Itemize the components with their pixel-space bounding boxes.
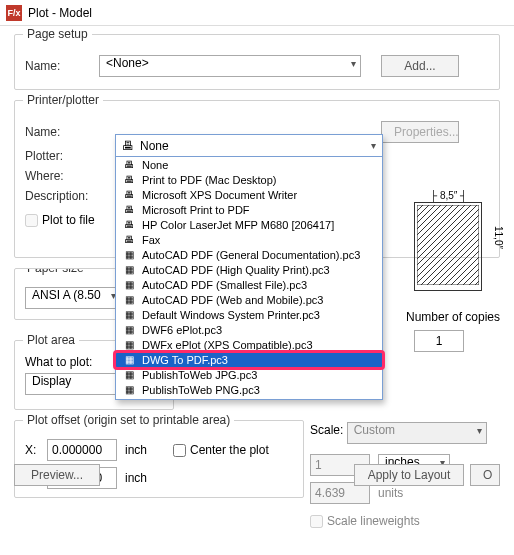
titlebar: F/x Plot - Model [0, 0, 514, 26]
plot-area-legend: Plot area [23, 333, 79, 347]
plotter-label: Plotter: [25, 149, 91, 163]
pc3-icon: ▦ [122, 294, 136, 305]
preview-button[interactable]: Preview... [14, 464, 100, 486]
scale-label: Scale: [310, 423, 343, 437]
printer-option[interactable]: ▦DWFx ePlot (XPS Compatible).pc3 [116, 337, 382, 352]
pc3-icon: ▦ [122, 309, 136, 320]
printer-option[interactable]: ▦AutoCAD PDF (General Documentation).pc3 [116, 247, 382, 262]
pc3-icon: ▦ [122, 354, 136, 365]
paper-size-legend: Paper size [23, 268, 88, 275]
offset-x-input[interactable] [47, 439, 117, 461]
page-setup-name-select[interactable]: <None> [99, 55, 361, 77]
printer-icon: 🖶 [122, 189, 136, 200]
printer-name-dropdown[interactable]: 🖶 None 🖶None🖶Print to PDF (Mac Desktop)🖶… [115, 134, 383, 400]
plot-offset-group: Plot offset (origin set to printable are… [14, 420, 304, 498]
pc3-icon: ▦ [122, 279, 136, 290]
printer-option[interactable]: 🖶Microsoft XPS Document Writer [116, 187, 382, 202]
page-setup-name-label: Name: [25, 59, 91, 73]
plot-offset-legend: Plot offset (origin set to printable are… [23, 413, 234, 427]
printer-option-label: Microsoft XPS Document Writer [142, 189, 297, 201]
where-label: Where: [25, 169, 91, 183]
printer-option-label: Print to PDF (Mac Desktop) [142, 174, 276, 186]
copies-input[interactable] [414, 330, 464, 352]
ok-button[interactable]: O [470, 464, 500, 486]
center-plot-label: Center the plot [190, 443, 269, 457]
printer-name-current: None [140, 139, 169, 153]
printer-name-label: Name: [25, 125, 91, 139]
window-title: Plot - Model [28, 6, 92, 20]
app-icon: F/x [6, 5, 22, 21]
printer-option[interactable]: 🖶None [116, 157, 382, 172]
printer-icon: 🖶 [122, 234, 136, 245]
printer-option-label: AutoCAD PDF (High Quality Print).pc3 [142, 264, 330, 276]
printer-option[interactable]: ▦AutoCAD PDF (High Quality Print).pc3 [116, 262, 382, 277]
paper-hatch-icon [417, 205, 479, 285]
printer-option[interactable]: 🖶Fax [116, 232, 382, 247]
offset-x-label: X: [25, 443, 39, 457]
page-setup-name-value: <None> [106, 56, 149, 70]
copies-legend: Number of copies [406, 310, 506, 324]
printer-icon: 🖶 [122, 139, 134, 153]
pc3-icon: ▦ [122, 264, 136, 275]
printer-option[interactable]: ▦DWF6 ePlot.pc3 [116, 322, 382, 337]
printer-name-field[interactable]: 🖶 None [116, 135, 382, 157]
page-setup-group: Page setup Name: <None> Add... [14, 34, 500, 90]
offset-x-unit: inch [125, 443, 147, 457]
printer-option-label: Default Windows System Printer.pc3 [142, 309, 320, 321]
pc3-icon: ▦ [122, 339, 136, 350]
printer-option[interactable]: ▦Default Windows System Printer.pc3 [116, 307, 382, 322]
printer-option-label: DWFx ePlot (XPS Compatible).pc3 [142, 339, 313, 351]
description-label: Description: [25, 189, 91, 203]
scale-lineweights-label: Scale lineweights [327, 514, 420, 528]
plot-to-file-checkbox[interactable] [25, 214, 38, 227]
scale-den-unit: units [378, 486, 403, 500]
printer-option-label: Fax [142, 234, 160, 246]
printer-option-label: AutoCAD PDF (Web and Mobile).pc3 [142, 294, 323, 306]
printer-option[interactable]: ▦PublishToWeb JPG.pc3 [116, 367, 382, 382]
printer-option-label: AutoCAD PDF (Smallest File).pc3 [142, 279, 307, 291]
printer-option[interactable]: ▦AutoCAD PDF (Smallest File).pc3 [116, 277, 382, 292]
what-to-plot-value: Display [32, 374, 71, 388]
paper-preview: ├ 8,5″ ┤ 11,0″ [402, 192, 498, 288]
printer-icon: 🖶 [122, 219, 136, 230]
printer-option[interactable]: ▦DWG To PDF.pc3 [116, 352, 382, 367]
pc3-icon: ▦ [122, 384, 136, 395]
printer-option[interactable]: 🖶Microsoft Print to PDF [116, 202, 382, 217]
svg-rect-0 [417, 205, 479, 285]
pc3-icon: ▦ [122, 249, 136, 260]
printer-option[interactable]: ▦PublishToWeb PNG.pc3 [116, 382, 382, 397]
scale-value: Custom [354, 423, 395, 437]
printer-option-label: None [142, 159, 168, 171]
printer-icon: 🖶 [122, 204, 136, 215]
printer-option[interactable]: ▦AutoCAD PDF (Web and Mobile).pc3 [116, 292, 382, 307]
paper-size-select[interactable]: ANSI A (8.50 [25, 287, 121, 309]
printer-option-label: Microsoft Print to PDF [142, 204, 250, 216]
properties-button[interactable]: Properties... [381, 121, 459, 143]
printer-option[interactable]: 🖶HP Color LaserJet MFP M680 [206417] [116, 217, 382, 232]
printer-option-label: DWG To PDF.pc3 [142, 354, 228, 366]
printer-option-label: AutoCAD PDF (General Documentation).pc3 [142, 249, 360, 261]
plot-to-file-label: Plot to file [42, 213, 95, 227]
printer-icon: 🖶 [122, 159, 136, 170]
printer-option-label: PublishToWeb JPG.pc3 [142, 369, 257, 381]
printer-option-label: PublishToWeb PNG.pc3 [142, 384, 260, 396]
paper-size-value: ANSI A (8.50 [32, 288, 101, 302]
printer-icon: 🖶 [122, 174, 136, 185]
printer-option[interactable]: 🖶Print to PDF (Mac Desktop) [116, 172, 382, 187]
pc3-icon: ▦ [122, 369, 136, 380]
center-plot-checkbox[interactable] [173, 444, 186, 457]
add-button[interactable]: Add... [381, 55, 459, 77]
scale-select[interactable]: Custom [347, 422, 487, 444]
printer-option-label: HP Color LaserJet MFP M680 [206417] [142, 219, 334, 231]
paper-width-label: ├ 8,5″ ┤ [430, 190, 467, 201]
page-setup-legend: Page setup [23, 27, 92, 41]
paper-height-label: 11,0″ [493, 226, 504, 249]
apply-to-layout-button[interactable]: Apply to Layout [354, 464, 464, 486]
printer-option-label: DWF6 ePlot.pc3 [142, 324, 222, 336]
pc3-icon: ▦ [122, 324, 136, 335]
printer-legend: Printer/plotter [23, 93, 103, 107]
scale-lineweights-checkbox[interactable] [310, 515, 323, 528]
